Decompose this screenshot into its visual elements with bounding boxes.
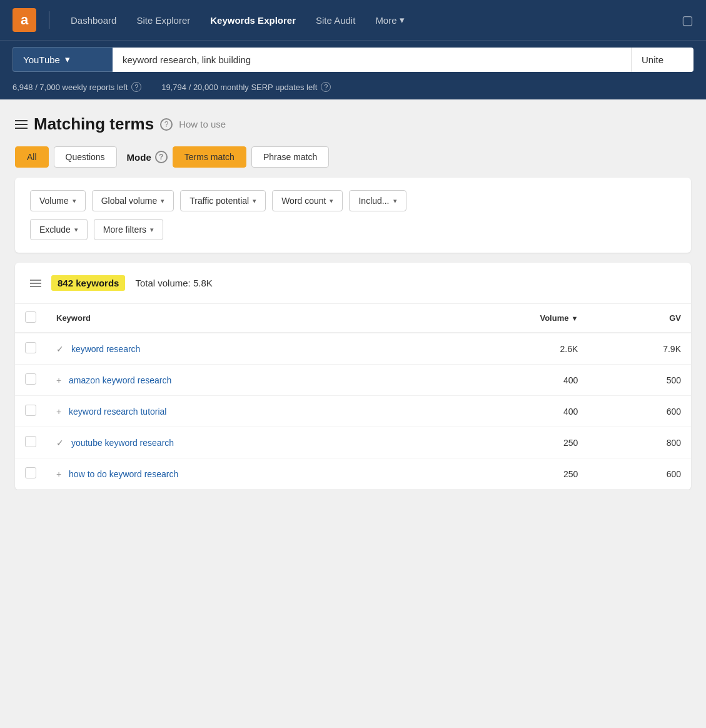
filters-card: Volume ▾ Global volume ▾ Traffic potenti… [15,178,691,253]
row-icon-4: + [56,469,61,479]
row-keyword-cell: + amazon keyword research [46,365,431,396]
volume-arrow: ▾ [73,197,76,205]
row-icon-2: + [56,407,61,417]
filters-row-1: Volume ▾ Global volume ▾ Traffic potenti… [30,190,676,211]
select-all-checkbox[interactable] [25,311,36,323]
table-row: + keyword research tutorial 400 600 [15,396,691,427]
keyword-link-1[interactable]: amazon keyword research [69,375,171,385]
filter-word-count[interactable]: Word count ▾ [272,190,343,211]
country-select[interactable]: Unite [631,48,693,72]
exclude-arrow: ▾ [74,226,78,234]
nav-keywords-explorer[interactable]: Keywords Explorer [201,10,305,31]
row-volume-3: 250 [431,427,588,458]
results-menu-icon[interactable] [30,280,41,287]
filter-more[interactable]: More filters ▾ [94,219,163,240]
row-volume-2: 400 [431,396,588,427]
mode-help-icon[interactable]: ? [155,151,168,163]
row-keyword-cell: ✓ youtube keyword research [46,427,431,458]
nav-more[interactable]: More ▾ [366,9,413,31]
search-bar-row: YouTube ▾ Unite [0,40,706,78]
keywords-badge: 842 keywords [51,275,125,291]
row-gv-4: 600 [588,458,691,490]
filter-traffic-potential[interactable]: Traffic potential ▾ [180,190,266,211]
include-arrow: ▾ [393,197,397,205]
mode-label: Mode ? [127,151,168,163]
row-checkbox-4[interactable] [25,467,36,478]
tab-phrase-match[interactable]: Phrase match [251,146,329,168]
row-icon-1: + [56,375,61,385]
row-volume-1: 400 [431,365,588,396]
filter-include[interactable]: Includ... ▾ [349,190,406,211]
table-row: ✓ youtube keyword research 250 800 [15,427,691,458]
row-checkbox-cell [15,427,46,458]
tab-all[interactable]: All [15,146,49,168]
nav-site-audit[interactable]: Site Audit [307,10,364,31]
nav-dashboard[interactable]: Dashboard [62,10,125,31]
nav-site-explorer[interactable]: Site Explorer [128,10,199,31]
main-content: Matching terms ? How to use All Question… [0,99,706,490]
tab-terms-match[interactable]: Terms match [173,146,246,168]
sidebar-toggle[interactable] [15,120,28,129]
table-row: + amazon keyword research 400 500 [15,365,691,396]
keyword-link-3[interactable]: youtube keyword research [71,438,174,448]
row-gv-0: 7.9K [588,333,691,365]
nav-more-label: More [375,15,396,26]
page-title: Matching terms [34,114,154,134]
row-checkbox-cell [15,365,46,396]
row-checkbox-2[interactable] [25,405,36,416]
filters-row-2: Exclude ▾ More filters ▾ [30,219,676,240]
nav-divider [49,11,49,29]
stats-row: 6,948 / 7,000 weekly reports left ? 19,7… [0,78,706,99]
weekly-help-icon[interactable]: ? [131,82,141,92]
table-row: + how to do keyword research 250 600 [15,458,691,490]
filter-global-volume[interactable]: Global volume ▾ [92,190,174,211]
filter-exclude[interactable]: Exclude ▾ [30,219,88,240]
keywords-tbody: ✓ keyword research 2.6K 7.9K + amazon ke… [15,333,691,490]
how-to-use-link[interactable]: How to use [179,119,226,129]
more-filters-arrow: ▾ [150,226,154,234]
row-gv-2: 600 [588,396,691,427]
col-volume-header[interactable]: Volume ▼ [431,304,588,333]
row-gv-1: 500 [588,365,691,396]
row-checkbox-cell [15,458,46,490]
col-keyword-header: Keyword [46,304,431,333]
tab-questions[interactable]: Questions [54,146,117,168]
filter-tabs-row: All Questions Mode ? Terms match Phrase … [15,146,691,168]
logo[interactable]: a [13,8,36,32]
source-arrow: ▾ [65,54,70,65]
keyword-link-0[interactable]: keyword research [71,344,141,354]
filter-volume[interactable]: Volume ▾ [30,190,86,211]
row-checkbox-cell [15,333,46,365]
keyword-link-2[interactable]: keyword research tutorial [69,407,166,417]
nav-more-arrow: ▾ [400,14,405,26]
row-gv-3: 800 [588,427,691,458]
row-icon-0: ✓ [56,344,64,354]
row-checkbox-1[interactable] [25,373,36,385]
global-volume-arrow: ▾ [161,197,164,205]
word-count-arrow: ▾ [330,197,333,205]
row-keyword-cell: + how to do keyword research [46,458,431,490]
row-volume-0: 2.6K [431,333,588,365]
row-keyword-cell: + keyword research tutorial [46,396,431,427]
search-input[interactable] [113,48,631,72]
monthly-stats: 19,794 / 20,000 monthly SERP updates lef… [161,82,331,92]
top-nav: a Dashboard Site Explorer Keywords Explo… [0,0,706,40]
keyword-link-4[interactable]: how to do keyword research [69,469,178,479]
volume-sort-arrow: ▼ [571,315,578,322]
monthly-help-icon[interactable]: ? [321,82,331,92]
source-select[interactable]: YouTube ▾ [13,47,113,72]
weekly-stats: 6,948 / 7,000 weekly reports left ? [13,82,141,92]
page-title-row: Matching terms ? How to use [15,114,691,134]
row-checkbox-0[interactable] [25,342,36,353]
row-checkbox-cell [15,396,46,427]
nav-window-icon[interactable]: ▢ [682,13,693,28]
row-checkbox-3[interactable] [25,436,36,447]
results-header: 842 keywords Total volume: 5.8K [15,263,691,304]
col-gv-header[interactable]: GV [588,304,691,333]
row-volume-4: 250 [431,458,588,490]
total-volume: Total volume: 5.8K [135,278,212,288]
table-row: ✓ keyword research 2.6K 7.9K [15,333,691,365]
row-keyword-cell: ✓ keyword research [46,333,431,365]
row-icon-3: ✓ [56,438,64,448]
page-help-icon[interactable]: ? [160,118,173,131]
